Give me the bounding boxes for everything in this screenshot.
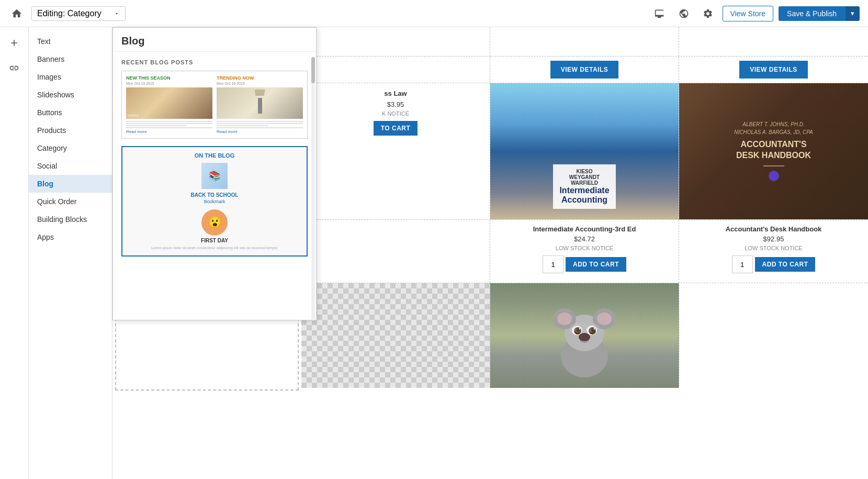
blog-popup-content: RECENT BLOG POSTS NEW THIS SEASON Mon Oc… [113, 52, 316, 264]
editing-label: Editing: Category [37, 9, 102, 18]
koala-svg [548, 294, 621, 377]
banner-cell-4 [679, 27, 868, 56]
on-blog-school-icon: 📚 [201, 163, 228, 189]
product-card-2: ss Law $3.95 K NOTICE TO CART [301, 83, 490, 219]
on-blog-bookmark: Bookmark [128, 199, 301, 204]
product-name-2: ss Law [308, 90, 483, 97]
blog-popup-title: Blog [121, 35, 308, 47]
menu-item-slideshows[interactable]: Slideshows [29, 86, 112, 104]
menu-item-building-blocks[interactable]: Building Blocks [29, 210, 112, 228]
on-blog-school-items: 📚 [128, 163, 301, 189]
product-card-4-top: VIEW DETAILS [679, 57, 868, 83]
editing-dropdown[interactable]: Editing: Category [31, 6, 126, 21]
menu-item-banners[interactable]: Banners [29, 50, 112, 68]
blog-template-row1[interactable]: NEW THIS SEASON Mon Oct 19 2015 interior… [121, 71, 308, 139]
product-stock-3: LOW STOCK NOTICE [495, 245, 673, 251]
product-price-3: $24.72 [495, 235, 673, 243]
koala-bg [490, 283, 679, 388]
topbar-right: View Store Save & Publish ▾ [650, 4, 860, 23]
template2-line4 [217, 127, 303, 128]
save-publish-group: Save & Publish ▾ [779, 6, 860, 21]
product-actions-3: ADD TO CART [495, 255, 673, 273]
template1-img: interior [126, 87, 212, 119]
svg-point-3 [557, 313, 572, 325]
template2-label: TRENDING NOW [217, 75, 303, 81]
desktop-icon[interactable] [650, 4, 669, 23]
banner-cell-3 [490, 27, 679, 56]
on-blog-desc: Lorem ipsum dolor sit amet consectetur a… [128, 246, 301, 250]
view-details-btn-4[interactable]: VIEW DETAILS [739, 61, 807, 79]
product-checker-2 [301, 283, 490, 388]
template2-date: Mon Oct 19 2015 [217, 82, 303, 85]
product-actions-2: TO CART [308, 121, 483, 136]
template1-label: NEW THIS SEASON [126, 75, 212, 81]
menu-panel: Text Banners Images Slideshows Buttons P… [29, 27, 112, 479]
template1-line2 [126, 123, 212, 124]
blog-template-1[interactable]: NEW THIS SEASON Mon Oct 19 2015 interior… [126, 75, 212, 134]
template1-line1 [126, 121, 212, 122]
template1-line3 [126, 125, 187, 126]
save-publish-button[interactable]: Save & Publish [779, 6, 845, 21]
settings-icon[interactable] [698, 4, 717, 23]
left-sidebar [0, 27, 29, 479]
popup-scrollbar[interactable] [311, 57, 315, 320]
qty-input-4[interactable] [732, 255, 753, 273]
blog-section-title: RECENT BLOG POSTS [121, 59, 308, 65]
blog-template-2[interactable]: TRENDING NOW Mon Oct 19 2015 Read more [217, 75, 303, 134]
add-element-icon[interactable] [4, 32, 25, 53]
svg-point-14 [579, 333, 590, 341]
menu-item-quick-order[interactable]: Quick Order [29, 193, 112, 210]
add-to-cart-2[interactable]: TO CART [374, 121, 418, 136]
svg-point-5 [597, 313, 612, 325]
blog-popup: Blog RECENT BLOG POSTS NEW THIS SEASON M… [112, 27, 317, 320]
popup-scrollbar-thumb [311, 57, 315, 83]
template2-line2 [217, 123, 303, 124]
on-blog-back-to-school: BACK TO SCHOOL [128, 192, 301, 198]
topbar: Editing: Category View Store Save & Publ… [0, 0, 868, 27]
product-stock-4: LOW STOCK NOTICE [684, 245, 863, 251]
blog-template-on-blog[interactable]: ON THE BLOG 📚 BACK TO SCHOOL Bookmark 😮 … [121, 146, 308, 257]
template2-read-more: Read more [217, 129, 303, 134]
menu-item-social[interactable]: Social [29, 157, 112, 175]
view-details-btn-3[interactable]: VIEW DETAILS [550, 61, 618, 79]
menu-item-category[interactable]: Category [29, 139, 112, 157]
menu-item-products[interactable]: Products [29, 121, 112, 139]
topbar-left: Editing: Category [8, 5, 126, 22]
blog-popup-header: Blog [113, 28, 316, 52]
menu-item-text[interactable]: Text [29, 32, 112, 50]
save-publish-arrow[interactable]: ▾ [845, 6, 860, 21]
product-card-4: ALBERT T. JOHNS, PH.D. NICHOLAS A. BARGA… [679, 83, 868, 219]
product-price-4: $92.95 [684, 235, 863, 243]
product-card-2-detail [301, 220, 490, 283]
view-store-button[interactable]: View Store [723, 6, 773, 21]
menu-item-images[interactable]: Images [29, 68, 112, 86]
product-actions-4: ADD TO CART [684, 255, 863, 273]
product-name-4: Accountant's Desk Handbook [684, 225, 863, 233]
menu-item-buttons[interactable]: Buttons [29, 104, 112, 121]
menu-item-blog[interactable]: Blog [29, 175, 112, 193]
template1-date: Mon Oct 19 2015 [126, 82, 212, 85]
product-card-3-detail: Intermediate Accounting-3rd Ed $24.72 LO… [490, 220, 679, 283]
template2-line1 [217, 121, 303, 122]
add-to-cart-btn-4[interactable]: ADD TO CART [755, 257, 816, 272]
template1-line4 [126, 127, 212, 128]
on-blog-title: ON THE BLOG [128, 152, 301, 159]
menu-item-apps[interactable]: Apps [29, 228, 112, 246]
product-card-4-detail: Accountant's Desk Handbook $92.95 LOW ST… [679, 220, 868, 283]
product-card-3: KIESO WEYGANDT WARFIELD Intermediate Acc… [490, 83, 679, 219]
globe-icon[interactable] [674, 4, 693, 23]
product-img-4: ALBERT T. JOHNS, PH.D. NICHOLAS A. BARGA… [679, 83, 868, 219]
on-blog-face: 😮 [201, 209, 228, 236]
home-icon[interactable] [8, 5, 25, 22]
product-stock-2: K NOTICE [308, 110, 483, 117]
template2-img [217, 87, 303, 119]
product-name-3: Intermediate Accounting-3rd Ed [495, 225, 673, 233]
qty-input-3[interactable] [543, 255, 563, 273]
link-icon[interactable] [4, 58, 25, 79]
on-blog-first-day: FIRST DAY [128, 238, 301, 243]
product-koala [490, 283, 679, 388]
product-img-3: KIESO WEYGANDT WARFIELD Intermediate Acc… [490, 83, 679, 219]
product-empty-4 [679, 283, 868, 388]
template1-read-more: Read more [126, 129, 212, 134]
add-to-cart-btn-3[interactable]: ADD TO CART [566, 257, 626, 272]
